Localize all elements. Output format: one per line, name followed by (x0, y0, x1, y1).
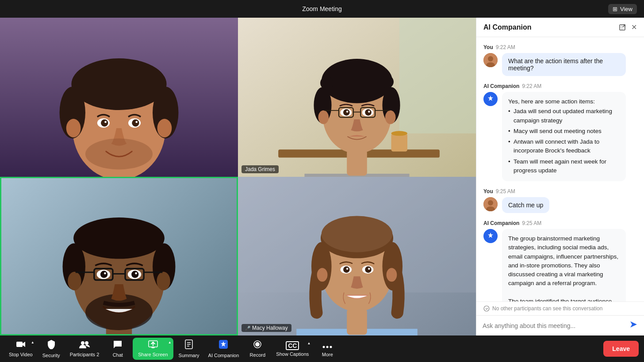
avatar-ai-2 (483, 229, 498, 243)
privacy-text: No other participants can see this conve… (492, 305, 602, 312)
svg-rect-73 (347, 309, 367, 335)
svg-point-84 (365, 266, 372, 273)
participant-name-macy: 🎤 Macy Halloway (242, 324, 291, 332)
avatar-ai-image-1 (483, 92, 498, 106)
participant-label-jada: Jada Grimes (245, 166, 275, 172)
captions-icon: CC (286, 341, 299, 350)
participants-icon (79, 340, 90, 351)
view-button[interactable]: ⊞ View (608, 4, 637, 14)
svg-point-89 (488, 56, 493, 61)
message-meta-2: AI Companion 9:22 AM (483, 83, 637, 89)
svg-point-15 (135, 121, 138, 123)
svg-point-13 (132, 119, 139, 126)
share-screen-icon (148, 340, 158, 351)
timestamp-1: 9:22 AM (496, 44, 515, 50)
svg-point-94 (484, 306, 489, 311)
toolbar-item-chat[interactable]: Chat (104, 337, 131, 360)
svg-point-21 (391, 131, 407, 136)
toolbar-item-ai-companion[interactable]: AI Companion (205, 337, 243, 361)
chat-label: Chat (113, 352, 123, 358)
toolbar-item-stop-video[interactable]: ▲ Stop Video (5, 338, 36, 360)
grid-icon: ⊞ (613, 6, 617, 12)
toolbar-item-participants[interactable]: Participants 2 (66, 338, 103, 360)
video-cell-top-right: Jada Grimes (238, 18, 476, 177)
record-label: Record (250, 352, 265, 358)
ai-paragraph-1: The group brainstormed marketing strateg… (508, 234, 620, 288)
svg-point-16 (85, 138, 153, 169)
message-meta-4: AI Companion 9:25 AM (483, 220, 637, 226)
summary-icon (184, 339, 193, 351)
message-meta-1: You 9:22 AM (483, 44, 637, 50)
svg-point-14 (104, 121, 107, 123)
svg-point-107 (323, 346, 325, 348)
avatar-user-1 (483, 53, 498, 67)
message-group-3: You 9:25 AM Catch me (483, 188, 637, 213)
participant-video-4 (238, 177, 476, 336)
avatar-user-image-1 (483, 53, 498, 67)
ai-companion-label: AI Companion (208, 353, 239, 358)
message-row-3: Catch me up (483, 197, 637, 213)
svg-point-108 (326, 346, 329, 348)
ai-companion-icon (218, 339, 228, 351)
privacy-notice: No other participants can see this conve… (476, 301, 644, 315)
avatar-user-image-2 (483, 197, 498, 211)
svg-point-57 (157, 271, 170, 290)
toolbar-items: ▲ Stop Video Security (5, 337, 598, 361)
view-label: View (620, 6, 632, 12)
ai-panel-header: AI Companion ✕ (476, 18, 644, 37)
svg-point-62 (104, 272, 106, 274)
svg-point-33 (381, 76, 394, 88)
sender-ai-1: AI Companion (483, 83, 519, 89)
participant-label-macy: Macy Halloway (252, 325, 288, 331)
captions-label: Show Captions (276, 351, 309, 357)
message-bubble-user-1: What are the action items after the meet… (502, 53, 626, 76)
toolbar-item-share-screen[interactable]: ▲ Share Screen (133, 338, 173, 360)
svg-point-34 (318, 111, 329, 124)
caret-share: ▲ (168, 340, 172, 344)
avatar-ai-1 (483, 92, 498, 106)
message-bubble-ai-2: The group brainstormed marketing strateg… (502, 229, 626, 301)
svg-point-35 (385, 111, 396, 124)
svg-point-80 (387, 268, 397, 282)
svg-point-39 (365, 109, 372, 116)
svg-point-86 (368, 267, 370, 270)
ai-panel-close-button[interactable]: ✕ (631, 23, 637, 31)
svg-point-12 (101, 119, 108, 126)
message-group-4: AI Companion 9:25 AM The group brainstor… (483, 220, 637, 301)
avatar-ai-image-2 (483, 229, 498, 243)
toolbar-item-record[interactable]: Record (244, 337, 271, 360)
toolbar-item-security[interactable]: Security (38, 337, 65, 361)
caret-video: ▲ (31, 340, 34, 344)
timestamp-2: 9:22 AM (522, 83, 541, 89)
ai-input-area (476, 315, 644, 335)
message-group-2: AI Companion 9:22 AM Yes, here are some … (483, 83, 637, 181)
svg-rect-95 (16, 342, 23, 347)
action-items-list: Jada will send out updated marketing cam… (508, 106, 620, 176)
svg-point-30 (348, 64, 366, 82)
svg-point-97 (85, 341, 88, 345)
participant-video-2 (238, 18, 476, 177)
message-bubble-user-2: Catch me up (502, 197, 549, 213)
ai-panel-title: AI Companion (483, 23, 531, 31)
message-meta-3: You 9:25 AM (483, 188, 637, 194)
svg-point-85 (346, 267, 349, 270)
bottom-toolbar: ▲ Stop Video Security (0, 335, 644, 362)
ai-messages-container: You 9:22 AM What are (476, 37, 644, 301)
leave-button[interactable]: Leave (603, 341, 639, 357)
toolbar-item-show-captions[interactable]: ▲ CC Show Captions (272, 339, 312, 359)
toolbar-item-summary[interactable]: Summary (175, 337, 203, 361)
ai-companion-panel: AI Companion ✕ You 9:22 AM (476, 18, 644, 335)
ai-chat-input[interactable] (483, 322, 625, 329)
message-text-3: Catch me up (508, 202, 543, 209)
action-item-1: Jada will send out updated marketing cam… (508, 106, 620, 126)
participant-name-jada: Jada Grimes (242, 165, 279, 173)
svg-point-8 (66, 119, 81, 137)
video-icon (16, 340, 26, 351)
svg-point-38 (343, 109, 350, 116)
mic-active-icon: 🎤 (245, 326, 250, 331)
toolbar-item-more[interactable]: More (314, 338, 341, 360)
message-text-1: What are the action items after the meet… (508, 57, 603, 72)
ai-panel-popout-button[interactable] (619, 24, 626, 31)
svg-point-9 (157, 119, 172, 137)
ai-send-button[interactable] (629, 320, 638, 331)
